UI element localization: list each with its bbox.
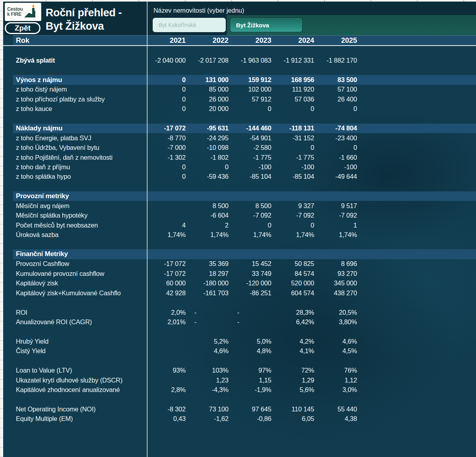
value-cell: -2 580 (232, 144, 275, 151)
value-cell: 0,43 (147, 415, 190, 423)
row-label: Anualizované ROI (CAGR) (13, 318, 147, 326)
value-cell: -17 072 (147, 270, 190, 277)
value-cell: 1,12 (318, 377, 361, 384)
value-cell: -1 660 (318, 154, 361, 161)
value-cell: -144 460 (232, 124, 275, 132)
value-cell: 5,6% (275, 386, 318, 394)
value-cell: -180 000 (190, 279, 232, 287)
row-label: Finanční Metriky (13, 250, 147, 258)
value-cell: 5,0% (232, 338, 275, 345)
value-cell: 0 (147, 105, 190, 113)
value-cell: -2 017 208 (190, 57, 232, 64)
value-cell: 1,74% (190, 231, 232, 239)
value-cell: 0 (147, 96, 190, 103)
table-row: Zbývá splatit-2 040 000-2 017 208-1 963 … (13, 55, 476, 65)
value-cell: -7 092 (318, 212, 361, 219)
year-column-header: 2022 (190, 35, 232, 45)
value-cell: 15 452 (232, 260, 275, 268)
row-label: z toho splátka hypo (13, 173, 147, 180)
value-cell: 33 749 (232, 270, 275, 277)
value-cell: 2,01% (147, 318, 190, 326)
value-cell: 5,2% (190, 338, 232, 345)
value-cell: 2 (190, 222, 232, 229)
page-title-line1: Roční přehled - (46, 6, 122, 19)
value-cell: 131 000 (190, 76, 232, 84)
value-cell: 83 500 (318, 76, 361, 84)
value-cell: -17 072 (147, 260, 190, 268)
value-cell: -8 302 (147, 405, 190, 413)
row-label: Úroková sazba (13, 231, 147, 239)
value-cell: 438 270 (318, 289, 361, 297)
value-cell: 76% (318, 367, 361, 374)
spacer-row (13, 298, 476, 307)
row-label: z toho kauce (13, 105, 147, 113)
value-cell: 1,15 (232, 377, 275, 384)
spacer-row (13, 240, 476, 249)
table-row: z toho Pojištění, daň z nemovitosti-1 30… (13, 153, 476, 162)
value-cell: -85 104 (232, 173, 275, 180)
value-cell: -1 302 (147, 154, 190, 161)
row-label: z toho Energie, platba SVJ (13, 134, 147, 142)
value-cell: 2,0% (147, 309, 190, 316)
table-header-years: 20212022202320242025 (147, 35, 361, 45)
row-label: Výnos z nájmu (13, 76, 147, 84)
value-cell: 60 000 (147, 279, 190, 287)
value-cell: 8 500 (190, 202, 232, 210)
value-cell: -7 000 (147, 144, 190, 151)
row-label: Provozní Cashflow (13, 260, 147, 268)
table-header-rok: Rok (16, 35, 29, 45)
table-row: Provozní Cashflow-17 07235 36915 45250 8… (13, 259, 476, 269)
row-label: Měsíční avg nájem (13, 202, 147, 210)
row-label: Čistý Yield (13, 347, 147, 355)
table-row: z toho čistý nájem085 000102 000111 9205… (13, 85, 476, 94)
spacer-row (13, 46, 476, 55)
slicer-option-byt-zizkova[interactable]: Byt Žižkova (230, 18, 302, 32)
spacer-row (13, 114, 476, 123)
value-cell: 159 912 (232, 76, 275, 84)
table-row: z toho daň z příjmu00-100-100-100 (13, 162, 476, 172)
value-cell: 0 (147, 163, 190, 171)
value-cell: 0 (275, 144, 318, 151)
row-label: Kapitálové zhodnocení anualizované (13, 386, 147, 394)
value-cell: 0 (275, 222, 318, 229)
row-label: Ukazatel krytí dluhové služby (DSCR) (13, 377, 147, 384)
slicer-option-label: Byt Žižkova (236, 22, 269, 29)
slicer-option-byt-kokorinska[interactable]: Byt Kokořínská (153, 18, 226, 32)
value-cell: -10 098 (190, 144, 232, 151)
value-cell: 8 500 (232, 202, 275, 210)
value-cell: 0 (232, 222, 275, 229)
value-cell: - (232, 309, 275, 316)
row-label: Net Operating Income (NOI) (13, 405, 147, 413)
logo: Cestou k FIRE (5, 3, 41, 21)
value-cell: 35 369 (190, 260, 232, 268)
value-cell: 4,2% (275, 338, 318, 345)
row-label: Kapitálový zisk+Kumulované Cashflo (13, 289, 147, 297)
value-cell: 20 000 (190, 105, 232, 113)
table-row: Úroková sazba1,74%1,74%1,74%1,74%1,74% (13, 230, 476, 239)
value-cell: -6 604 (190, 212, 232, 219)
year-column-header: 2025 (318, 35, 361, 45)
value-cell: 2,8% (147, 386, 190, 394)
value-cell: -54 901 (232, 134, 275, 142)
value-cell: -1 802 (190, 154, 232, 161)
year-column-header: 2021 (147, 35, 190, 45)
value-cell: 73 100 (190, 405, 232, 413)
back-button[interactable]: Zpět (5, 22, 40, 34)
table-row: Ukazatel krytí dluhové služby (DSCR)1,23… (13, 375, 476, 385)
value-cell: - (190, 318, 232, 326)
value-cell: 0 (318, 144, 361, 151)
row-label: Náklady nájmu (13, 124, 147, 132)
table-row: ROI2,0%--28,3%20,5% (13, 308, 476, 317)
value-cell: 1,29 (275, 377, 318, 384)
value-cell: 85 000 (190, 86, 232, 93)
value-cell: -7 092 (275, 212, 318, 219)
table-row: z toho příchozí platby za služby026 0005… (13, 94, 476, 104)
value-cell: 20,5% (318, 309, 361, 316)
row-label: Kapitálový zisk (13, 279, 147, 287)
value-cell: -100 (275, 163, 318, 171)
value-cell: 110 145 (275, 405, 318, 413)
table-row: z toho splátka hypo0-59 436-85 104-85 10… (13, 172, 476, 182)
row-label: z toho Pojištění, daň z nemovitosti (13, 154, 147, 161)
value-cell: 55 440 (318, 405, 361, 413)
table-row: Kapitálové zhodnocení anualizované2,8%-4… (13, 385, 476, 394)
